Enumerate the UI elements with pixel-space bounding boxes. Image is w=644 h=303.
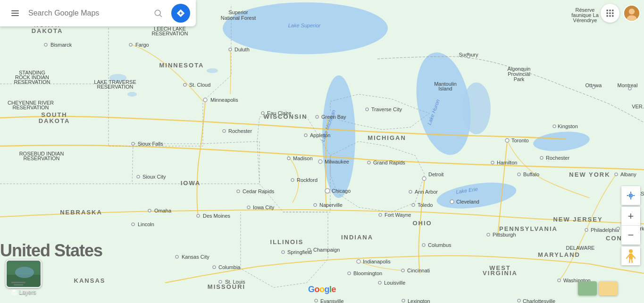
svg-text:Des Moines: Des Moines — [203, 213, 231, 219]
header — [0, 0, 196, 26]
svg-text:Lake Superior: Lake Superior — [288, 23, 321, 28]
svg-point-69 — [137, 175, 140, 178]
svg-text:Cincinnati: Cincinnati — [407, 268, 430, 273]
svg-text:Albany: Albany — [620, 172, 636, 177]
svg-point-65 — [44, 43, 47, 46]
svg-text:Milwaukee: Milwaukee — [325, 159, 349, 164]
svg-text:Iowa City: Iowa City — [253, 205, 275, 210]
svg-line-195 — [633, 255, 635, 258]
svg-rect-202 — [11, 282, 25, 283]
svg-point-145 — [491, 161, 494, 164]
svg-text:Omaha: Omaha — [154, 208, 172, 213]
svg-point-8 — [127, 92, 137, 97]
svg-text:Bismarck: Bismarck — [50, 42, 72, 48]
svg-text:Duluth: Duluth — [234, 47, 250, 52]
layers-icon — [11, 289, 17, 295]
directions-icon — [176, 8, 185, 18]
svg-text:Sioux Falls: Sioux Falls — [138, 141, 163, 147]
svg-text:IOWA: IOWA — [181, 180, 201, 187]
zoom-in-button[interactable]: + — [621, 207, 640, 226]
svg-text:Vérendrye: Vérendrye — [573, 17, 597, 23]
svg-point-101 — [229, 48, 232, 51]
search-button[interactable] — [149, 4, 167, 23]
svg-text:Rochester: Rochester — [546, 155, 569, 161]
svg-point-129 — [348, 272, 351, 275]
svg-text:Bloomington: Bloomington — [353, 270, 382, 276]
svg-point-149 — [518, 173, 520, 176]
country-label: United States — [0, 241, 102, 261]
svg-line-194 — [627, 255, 629, 258]
my-location-icon — [626, 191, 636, 200]
pegman-icon — [625, 249, 636, 263]
svg-text:DELAWARE: DELAWARE — [566, 245, 595, 251]
apps-button[interactable] — [601, 4, 619, 23]
svg-text:ILLINOIS: ILLINOIS — [270, 238, 304, 246]
svg-text:MARYLAND: MARYLAND — [538, 251, 580, 258]
svg-text:VER.: VER. — [632, 104, 644, 109]
svg-point-153 — [615, 173, 618, 176]
layers-thumbnail-image — [7, 261, 42, 288]
google-logo: Google — [308, 285, 336, 295]
svg-point-117 — [412, 204, 415, 206]
svg-point-159 — [617, 227, 619, 230]
svg-text:KANSAS: KANSAS — [74, 277, 106, 284]
map-container[interactable]: NORTH DAKOTA SOUTH DAKOTA NEBRASKA KANSA… — [0, 0, 644, 303]
svg-point-123 — [422, 244, 425, 246]
svg-rect-181 — [609, 15, 611, 16]
svg-text:RESERVATION: RESERVATION — [23, 156, 59, 161]
terrain-map-type[interactable] — [599, 281, 618, 295]
svg-text:Columbus: Columbus — [428, 242, 452, 248]
svg-text:Park: Park — [514, 76, 525, 82]
svg-point-115 — [366, 108, 368, 111]
svg-text:Rockford: Rockford — [297, 177, 318, 183]
svg-text:Appleton: Appleton — [310, 132, 330, 138]
svg-text:Eau Claire: Eau Claire — [267, 110, 291, 116]
svg-text:Lexington: Lexington — [408, 298, 430, 303]
svg-point-93 — [314, 204, 317, 206]
svg-text:Toronto: Toronto — [511, 138, 529, 143]
svg-point-107 — [184, 83, 186, 86]
svg-text:Chicago: Chicago — [332, 188, 351, 194]
svg-text:National Forest: National Forest — [221, 15, 256, 21]
svg-text:MINNESOTA: MINNESOTA — [159, 62, 204, 69]
directions-button[interactable] — [171, 4, 190, 23]
svg-point-119 — [450, 200, 454, 204]
svg-point-147 — [540, 156, 543, 159]
svg-text:NEW JERSEY: NEW JERSEY — [553, 216, 602, 223]
svg-text:PENNSYLVANIA: PENNSYLVANIA — [499, 225, 558, 232]
svg-rect-175 — [609, 10, 611, 11]
svg-text:Pittsburgh: Pittsburgh — [493, 232, 516, 237]
svg-point-121 — [487, 233, 490, 236]
svg-point-63 — [129, 43, 132, 46]
svg-point-161 — [518, 299, 520, 302]
svg-text:Columbia: Columbia — [218, 264, 241, 270]
svg-text:NEBRASKA: NEBRASKA — [60, 209, 102, 216]
avatar[interactable] — [623, 5, 640, 22]
top-right-controls — [601, 4, 640, 23]
svg-text:DAKOTA: DAKOTA — [32, 27, 63, 34]
svg-rect-178 — [609, 12, 611, 14]
svg-text:MICHIGAN: MICHIGAN — [368, 134, 406, 141]
map-type-selector — [578, 281, 618, 295]
svg-text:NEW YORK: NEW YORK — [569, 171, 610, 178]
svg-point-109 — [422, 177, 426, 180]
svg-line-197 — [632, 259, 632, 263]
svg-text:DAKOTA: DAKOTA — [39, 117, 70, 124]
zoom-controls: + − — [621, 207, 640, 245]
svg-point-85 — [237, 190, 240, 193]
satellite-map-type[interactable] — [578, 281, 597, 295]
pegman-button[interactable] — [621, 246, 640, 265]
zoom-out-button[interactable]: − — [621, 226, 640, 245]
svg-text:Montreal: Montreal — [618, 82, 638, 88]
menu-button[interactable] — [6, 4, 25, 23]
svg-rect-179 — [612, 12, 613, 14]
layers-button[interactable]: Layers — [6, 260, 42, 295]
svg-text:VIRGINIA: VIRGINIA — [483, 270, 518, 277]
search-input[interactable] — [28, 9, 145, 17]
svg-text:Buffalo: Buffalo — [523, 172, 539, 177]
svg-point-164 — [592, 86, 595, 89]
svg-text:Philadelphia: Philadelphia — [591, 227, 619, 233]
svg-point-133 — [379, 213, 382, 216]
svg-text:St. Louis: St. Louis — [225, 279, 245, 285]
my-location-button[interactable] — [621, 186, 640, 205]
